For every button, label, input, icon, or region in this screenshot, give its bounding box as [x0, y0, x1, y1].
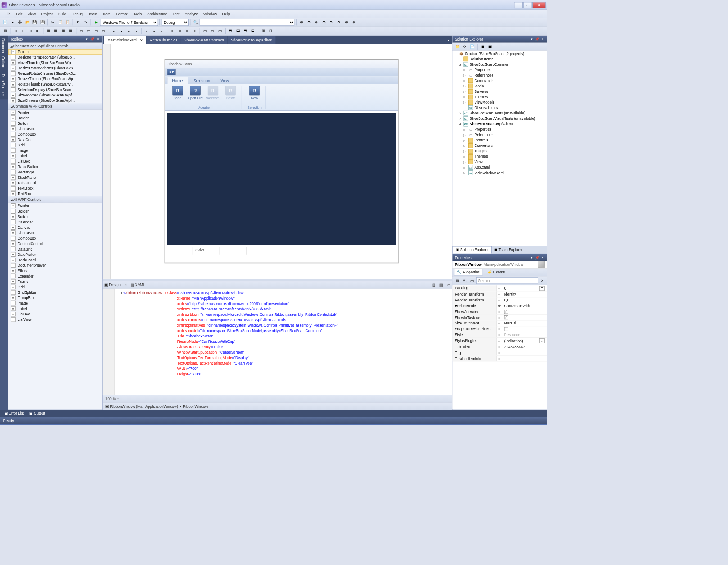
properties-tab-properties[interactable]: 🔧 Properties — [454, 269, 483, 275]
menu-debug[interactable]: Debug — [69, 11, 85, 16]
expand-icon[interactable]: ▷ — [463, 85, 467, 88]
layout-icon[interactable]: ▪ — [133, 27, 140, 34]
solution-root[interactable]: 📦 Solution 'ShoeBoxScan' (2 projects) — [452, 51, 547, 56]
toolbox-item[interactable]: ↖Pointer — [8, 110, 102, 115]
align-icon[interactable]: ⫠ — [158, 27, 165, 34]
toolbox-item[interactable]: ▭Expander — [8, 273, 102, 279]
tool-icon[interactable]: ⚙ — [350, 19, 357, 26]
rail-tab-data-sources[interactable]: Data Sources — [0, 71, 8, 99]
expand-icon[interactable]: ▷ — [463, 128, 467, 131]
property-marker-icon[interactable]: ▫ — [497, 332, 502, 337]
menu-architecture[interactable]: Architecture — [145, 11, 170, 16]
toolbox-item[interactable]: ▭ResizeRotateChrome (ShoeBoxS... — [8, 71, 102, 76]
property-marker-icon[interactable]: ▫ — [497, 297, 502, 303]
order-icon[interactable]: ⬓ — [249, 27, 256, 34]
expand-icon[interactable]: ▷ — [463, 90, 467, 93]
expand-icon[interactable]: ▷ — [463, 171, 467, 174]
toolbox-item[interactable]: ▭Border — [8, 115, 102, 121]
design-surface-window[interactable]: Shoebox Scan R ▾ HomeSelectionView RScan… — [165, 59, 398, 263]
order-icon[interactable]: ⬒ — [227, 27, 234, 34]
solution-node[interactable]: ▷c#ShoeBoxScan.Tests (unavailable) — [452, 110, 547, 116]
solution-node[interactable]: Solution Items — [452, 56, 547, 62]
toolbox-item[interactable]: ▭Grid — [8, 142, 102, 148]
solution-node[interactable]: ▷c#MainWindow.xaml — [452, 170, 547, 176]
footer-tab-error-list[interactable]: ▣ Error List — [2, 410, 27, 417]
solution-node[interactable]: ▷Model — [452, 83, 547, 89]
ribbon-button-open-file[interactable]: ROpen File — [187, 86, 203, 105]
toolbox-item[interactable]: ▭RadioButton — [8, 164, 102, 169]
ribbon-button-new[interactable]: RNew — [247, 86, 262, 105]
solution-node[interactable]: ◢c#ShoeBoxScan.WpfClient — [452, 121, 547, 127]
solution-node[interactable]: ▷Controls — [452, 137, 547, 143]
menu-view[interactable]: View — [25, 11, 38, 16]
dropdown-icon[interactable]: ▾ — [539, 286, 545, 291]
toolbox-item[interactable]: ▭StackPanel — [8, 175, 102, 180]
property-marker-icon[interactable]: ▫ — [497, 292, 502, 297]
xaml-tab[interactable]: ▤ XAML — [131, 282, 145, 287]
expand-icon[interactable]: ▷ — [463, 101, 467, 104]
start-button[interactable]: ▶ — [93, 19, 99, 26]
property-row[interactable]: RenderTransform▫Identity — [452, 292, 547, 297]
tool-icon[interactable]: ⚙ — [321, 19, 327, 26]
menu-help[interactable]: Help — [220, 11, 233, 16]
order-icon[interactable]: ⬓ — [235, 27, 241, 34]
ribbon-button-scan[interactable]: RScan — [170, 86, 185, 105]
menu-test[interactable]: Test — [170, 11, 182, 16]
align-icon[interactable]: ▭ — [202, 27, 208, 34]
toolbox-item[interactable]: ▭Canvas — [8, 225, 102, 230]
properties-search-input[interactable] — [476, 277, 538, 284]
layout-icon[interactable]: ▪ — [126, 27, 132, 34]
ribbon-tab[interactable]: Home — [167, 77, 188, 84]
toolbox-item[interactable]: ▭DocumentViewer — [8, 263, 102, 268]
tool-icon[interactable]: ⚙ — [328, 19, 335, 26]
toolbox-item[interactable]: ▭ResizeThumb (ShoeBoxScan.Wp... — [8, 76, 102, 82]
toolbox-item[interactable]: ▭DesignerItemDecorator (ShoeBo... — [8, 55, 102, 60]
property-marker-icon[interactable]: ▫ — [497, 355, 502, 361]
layout-icon[interactable]: ▪ — [111, 27, 118, 34]
ellipsis-button[interactable]: ... — [539, 338, 545, 343]
property-row[interactable]: ShowInTaskbar▫✓ — [452, 314, 547, 320]
toolbox-item[interactable]: ▭Label — [8, 306, 102, 311]
collapse-icon[interactable]: ▭ — [447, 282, 451, 287]
solution-node[interactable]: ▷▭References — [452, 132, 547, 137]
xaml-editor[interactable]: ⊟<ribbon:RibbonWindow x:Class="ShoeBoxSc… — [115, 289, 452, 395]
toolbox-item[interactable]: ▭Border — [8, 208, 102, 214]
property-row[interactable]: Padding▫0▾ — [452, 285, 547, 292]
toolbox-item[interactable]: ▭Image — [8, 148, 102, 153]
toolbox-item[interactable]: ▭DataGrid — [8, 137, 102, 142]
document-tab[interactable]: ShoeBoxScan.WpfClient — [228, 36, 276, 44]
maximize-button[interactable]: ▭ — [523, 2, 532, 8]
toolbox-item[interactable]: ▭TextBlock — [8, 186, 102, 191]
toolbox-item[interactable]: ▭DockPanel — [8, 257, 102, 263]
tool-icon[interactable]: ⚙ — [313, 19, 320, 26]
xaml-breadcrumb[interactable]: ▣ RibbonWindow (MainApplicationWindow) ▸… — [103, 402, 452, 410]
minimize-button[interactable]: ─ — [514, 2, 523, 8]
toolbox-item[interactable]: ▭Label — [8, 153, 102, 159]
checkbox[interactable]: ✓ — [504, 315, 508, 319]
ribbon-tab[interactable]: View — [216, 77, 234, 85]
paste-button[interactable]: 📋 — [64, 19, 71, 26]
align-icon[interactable]: ⫟ — [151, 27, 158, 34]
property-marker-icon[interactable]: ▫ — [497, 350, 502, 355]
expand-icon[interactable]: ▷ — [463, 155, 467, 158]
menu-tools[interactable]: Tools — [131, 11, 145, 16]
toolbox-item[interactable]: ▭ListBox — [8, 159, 102, 164]
checkbox[interactable]: ✓ — [504, 310, 508, 314]
toolbox-item[interactable]: ▭SelectionDisplay (ShoeBoxScan.... — [8, 87, 102, 92]
expand-icon[interactable]: ▷ — [463, 96, 467, 99]
qat-app-button[interactable]: R ▾ — [167, 69, 175, 75]
toolbox-item[interactable]: ▭ListBox — [8, 311, 102, 317]
solution-node[interactable]: ▷▭Properties — [452, 67, 547, 73]
add-item-button[interactable]: ➕ — [17, 19, 23, 26]
toolbox-item[interactable]: ▭Frame — [8, 279, 102, 284]
menu-format[interactable]: Format — [113, 11, 131, 16]
dropdown-icon[interactable]: ▾ — [9, 19, 16, 26]
toolbox-item[interactable]: ▭MoveThumb (ShoeBoxScan.Wp... — [8, 60, 102, 65]
redo-button[interactable]: ↷ — [82, 19, 89, 26]
toolbox-item[interactable]: ▭Calendar — [8, 219, 102, 225]
misc-icon[interactable]: ⊞ — [267, 27, 274, 34]
expand-icon[interactable]: ▷ — [463, 144, 467, 147]
menu-analyze[interactable]: Analyze — [182, 11, 201, 16]
solution-node[interactable]: ▷Images — [452, 148, 547, 154]
soln-tool-icon[interactable]: 📁 — [454, 43, 461, 50]
